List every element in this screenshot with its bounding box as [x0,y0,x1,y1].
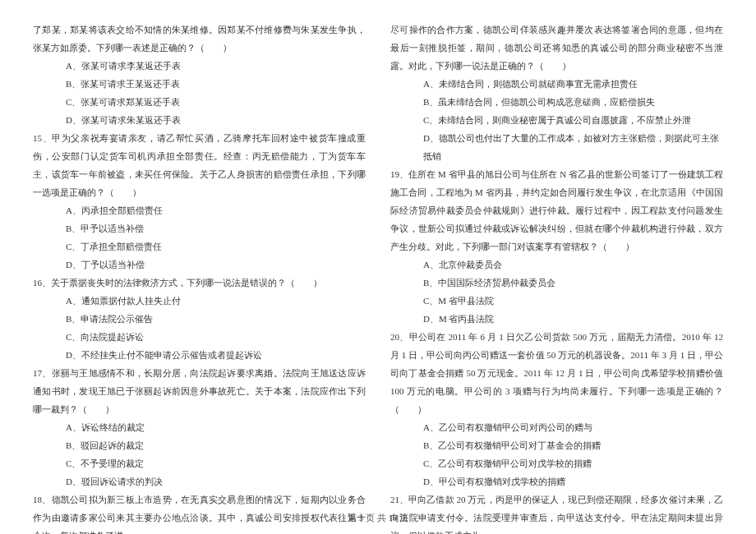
q19-option-d: D、M 省丙县法院 [390,310,723,328]
continuation-text: 了郑某，郑某将该表交给不知情的朱某维修。因郑某不付维修费与朱某发生争执，张某方如… [33,21,366,57]
question-15: 15、甲为父亲祝寿宴请亲友，请乙帮忙买酒，乙骑摩托车回村途中被货车撞成重伤，公安… [33,129,366,201]
r-option-b: B、虽未缔结合同，但德凯公司构成恶意磋商，应赔偿损失 [390,93,723,111]
r-option-c: C、未缔结合同，则商业秘密属于真诚公司自愿披露，不应禁止外泄 [390,111,723,129]
left-column: 了郑某，郑某将该表交给不知情的朱某维修。因郑某不付维修费与朱某发生争执，张某方如… [33,21,366,497]
question-19: 19、住所在 M 省甲县的旭日公司与住所在 N 省乙县的世新公司签订了一份建筑工… [390,165,723,255]
question-20: 20、甲公司在 2011 年 6 月 1 日欠乙公司货款 500 万元，届期无力… [390,328,723,418]
option-a: A、张某可请求李某返还手表 [33,57,366,75]
question-17: 17、张丽与王旭感情不和，长期分居，向法院起诉要求离婚。法院向王旭送达应诉通知书… [33,364,366,418]
q20-option-d: D、甲公司有权撤销对戊学校的捐赠 [390,472,723,490]
q16-option-c: C、向法院提起诉讼 [33,328,366,346]
q19-option-a: A、北京仲裁委员会 [390,255,723,274]
option-c: C、张某可请求郑某返还手表 [33,93,366,111]
page-footer: 第 3 页 共 19 页 [0,512,756,524]
q15-option-c: C、丁承担全部赔偿责任 [33,237,366,255]
q19-option-b: B、中国国际经济贸易仲裁委员会 [390,274,723,292]
q17-option-b: B、驳回起诉的裁定 [33,436,366,454]
q20-option-c: C、乙公司有权撤销甲公司对戊学校的捐赠 [390,454,723,472]
q17-option-d: D、驳回诉讼请求的判决 [33,472,366,490]
q20-option-b: B、乙公司有权撤销甲公司对丁基金会的捐赠 [390,436,723,454]
question-16: 16、关于票据丧失时的法律救济方式，下列哪一说法是错误的？（ ） [33,274,366,292]
q15-option-a: A、丙承担全部赔偿责任 [33,201,366,219]
q15-option-d: D、丁予以适当补偿 [33,255,366,274]
right-column: 尽可操作的合作方案，德凯公司佯装感兴趣并屡次表达将签署合同的意愿，但均在最后一刻… [390,21,723,497]
q17-option-a: A、诉讼终结的裁定 [33,418,366,436]
option-b: B、张某可请求王某返还手表 [33,75,366,93]
r-option-a: A、未缔结合同，则德凯公司就磋商事宜无需承担责任 [390,75,723,93]
q16-option-d: D、不经挂失止付不能申请公示催告或者提起诉讼 [33,346,366,364]
q15-option-b: B、甲予以适当补偿 [33,219,366,237]
option-d: D、张某可请求朱某返还手表 [33,111,366,129]
q16-option-a: A、通知票据付款人挂失止付 [33,292,366,310]
continuation-text-right: 尽可操作的合作方案，德凯公司佯装感兴趣并屡次表达将签署合同的意愿，但均在最后一刻… [390,21,723,75]
r-option-d: D、德凯公司也付出了大量的工作成本，如被对方主张赔偿，则据此可主张抵销 [390,129,723,165]
q20-option-a: A、乙公司有权撤销甲公司对丙公司的赠与 [390,418,723,436]
q17-option-c: C、不予受理的裁定 [33,454,366,472]
q19-option-c: C、M 省甲县法院 [390,292,723,310]
q16-option-b: B、申请法院公示催告 [33,310,366,328]
